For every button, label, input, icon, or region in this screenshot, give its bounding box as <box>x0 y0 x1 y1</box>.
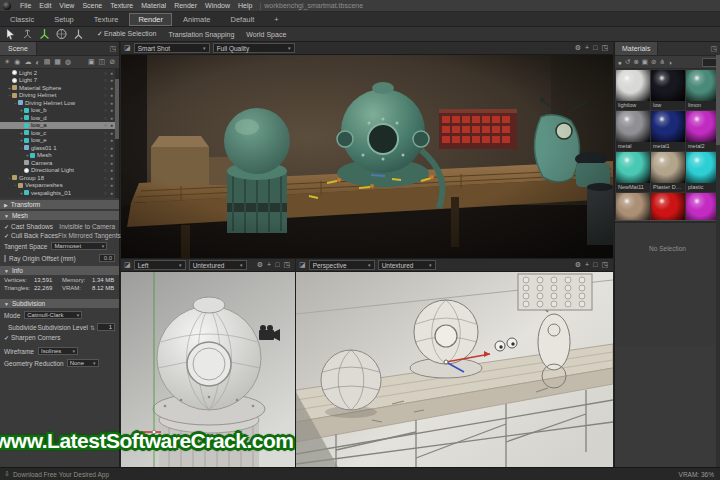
tree-item-vespameshes[interactable]: -Vespameshes○● <box>0 182 119 190</box>
lock-icon[interactable]: ○ <box>104 92 107 98</box>
viewport-settings-gear-icon[interactable]: ⚙ <box>575 44 581 52</box>
tree-item-glass01-1[interactable]: -glass01 1○● <box>0 144 119 152</box>
lock-icon[interactable]: ○ <box>104 115 107 121</box>
tree-item-low-d[interactable]: +low_d○● <box>0 114 119 122</box>
new-folder-icon[interactable]: ▣ <box>88 58 95 66</box>
refresh-material-icon[interactable]: ↺ <box>625 58 630 66</box>
popout-icon[interactable]: ◳ <box>109 45 119 53</box>
visibility-icon[interactable]: ● <box>110 85 113 91</box>
visibility-icon[interactable]: ● <box>110 145 113 151</box>
viewport-settings-gear-icon[interactable]: ⚙ <box>257 261 263 269</box>
add-turntable-icon[interactable]: ◐ <box>35 59 39 66</box>
visibility-icon[interactable]: ● <box>110 122 113 128</box>
material-item-lightlow[interactable]: lightlow <box>616 70 650 110</box>
lock-icon[interactable]: ○ <box>104 145 107 151</box>
viewport-frame-icon[interactable]: □ <box>593 44 597 52</box>
viewport-add-icon[interactable]: + <box>585 261 589 269</box>
add-fog-icon[interactable]: ☁ <box>24 58 31 66</box>
add-backdrop-icon[interactable]: ▤ <box>44 58 51 66</box>
menu-edit[interactable]: Edit <box>35 2 55 9</box>
add-ambient-icon[interactable]: ◍ <box>65 58 71 66</box>
transform-section-header[interactable]: ▶ Transform <box>0 200 119 209</box>
subdivision-mode-dropdown[interactable]: Catmull-Clark ▾ <box>24 311 82 319</box>
viewport-icon[interactable]: ◪ <box>299 261 306 269</box>
lock-icon[interactable]: ○ <box>104 175 107 181</box>
visibility-icon[interactable]: ● <box>110 100 113 106</box>
material-item-limon[interactable]: limon <box>686 70 720 110</box>
wireframe-dropdown[interactable]: Isolines ▾ <box>38 347 78 355</box>
menu-file[interactable]: File <box>16 2 35 9</box>
layout-tab-classic[interactable]: Classic <box>1 13 43 26</box>
camera-dropdown[interactable]: Perspective ▾ <box>309 260 375 270</box>
viewport-maximize-icon[interactable]: ◳ <box>601 261 608 269</box>
tree-item-directional-light[interactable]: Directional Light○● <box>0 167 119 175</box>
layout-tab-texture[interactable]: Texture <box>85 13 128 26</box>
tree-item-low-e[interactable]: +low_e○● <box>0 137 119 145</box>
layout-tab-add[interactable]: + <box>265 13 287 26</box>
lock-icon[interactable]: ○ <box>104 190 107 196</box>
translation-snapping-button[interactable]: Translation Snapping <box>168 31 234 38</box>
camera-dropdown[interactable]: Smart Shot ▾ <box>134 43 210 53</box>
menu-view[interactable]: View <box>55 2 78 9</box>
slider-handle[interactable] <box>4 255 6 262</box>
tree-scrollbar[interactable] <box>115 69 119 198</box>
material-item[interactable] <box>686 193 720 220</box>
material-folder-icon[interactable]: ▣ <box>642 58 648 66</box>
material-delete-icon[interactable]: ⊘ <box>651 58 656 66</box>
visibility-icon[interactable]: ● <box>110 167 113 173</box>
visibility-icon[interactable]: ● <box>110 92 113 98</box>
geometry-reduction-dropdown[interactable]: None ▾ <box>67 359 99 367</box>
cast-shadows-checkbox[interactable]: Cast Shadows <box>11 223 53 230</box>
viewport-icon[interactable]: ◪ <box>124 44 131 52</box>
clear-material-icon[interactable]: ⊗ <box>633 58 638 66</box>
material-split-icon[interactable]: ⋔ <box>659 58 664 66</box>
wireframe-canvas[interactable] <box>296 272 613 467</box>
visibility-icon[interactable]: ● <box>110 137 113 143</box>
material-item[interactable] <box>616 193 650 220</box>
shading-dropdown[interactable]: Untextured ▾ <box>189 260 247 270</box>
viewport-add-icon[interactable]: + <box>267 261 271 269</box>
cull-back-faces-checkbox[interactable]: Cull Back Faces <box>11 232 58 239</box>
tab-scene[interactable]: Scene <box>0 42 37 55</box>
add-light-icon[interactable]: ◉ <box>14 58 20 66</box>
sharpen-corners-checkbox[interactable]: Sharpen Corners <box>11 334 61 341</box>
lock-icon[interactable]: ○ <box>104 160 107 166</box>
menu-window[interactable]: Window <box>201 2 234 9</box>
tree-item-diving-helmet-low[interactable]: -Diving Helmet Low○● <box>0 99 119 107</box>
material-item-metal[interactable]: metal <box>616 111 650 151</box>
visibility-icon[interactable]: ● <box>110 130 113 136</box>
tree-item-low-b[interactable]: +low_b○● <box>0 107 119 115</box>
tree-item-vespalights-01[interactable]: +vespalights_01○● <box>0 189 119 197</box>
material-filter-box[interactable] <box>702 58 717 67</box>
tree-item-low-a[interactable]: +low_a○● <box>0 122 119 130</box>
menu-help[interactable]: Help <box>234 2 256 9</box>
shading-dropdown[interactable]: Untextured ▾ <box>378 260 436 270</box>
invisible-to-camera-checkbox[interactable]: Invisible to Camera <box>59 223 115 230</box>
viewport-perspective[interactable]: ◪ Perspective ▾ Untextured ▾ ⚙ + □ ◳ <box>296 259 613 467</box>
tangent-space-dropdown[interactable]: Marmoset ▾ <box>51 242 107 250</box>
viewport-frame-icon[interactable]: □ <box>275 261 279 269</box>
tree-item-light-2[interactable]: Light 2○● <box>0 69 119 77</box>
visibility-icon[interactable]: ● <box>110 77 113 83</box>
duplicate-icon[interactable]: ◫ <box>99 58 106 66</box>
viewport-settings-gear-icon[interactable]: ⚙ <box>575 261 581 269</box>
render-canvas[interactable] <box>121 55 613 258</box>
lock-icon[interactable]: ○ <box>104 167 107 173</box>
mesh-section-header[interactable]: ▼ Mesh <box>0 211 119 220</box>
lock-icon[interactable]: ○ <box>104 137 107 143</box>
visibility-icon[interactable]: ● <box>110 175 113 181</box>
viewport-icon[interactable]: ◪ <box>124 261 131 269</box>
tree-item-light-7[interactable]: Light 7○● <box>0 77 119 85</box>
visibility-icon[interactable]: ● <box>110 70 113 76</box>
tree-item-mesh[interactable]: +Mesh○● <box>0 152 119 160</box>
pivot-tool-icon[interactable] <box>21 28 34 40</box>
tree-item-low-c[interactable]: +low_c○● <box>0 129 119 137</box>
lock-icon[interactable]: ○ <box>104 77 107 83</box>
select-cursor-icon[interactable] <box>4 28 17 40</box>
add-sky-icon[interactable]: ☀ <box>4 58 10 66</box>
tab-materials[interactable]: Materials <box>615 42 658 55</box>
lock-icon[interactable]: ○ <box>104 85 107 91</box>
menu-texture[interactable]: Texture <box>106 2 137 9</box>
spinner-icon[interactable]: ⇅ <box>90 324 95 331</box>
subdivision-level-value[interactable]: 1 <box>97 323 115 331</box>
